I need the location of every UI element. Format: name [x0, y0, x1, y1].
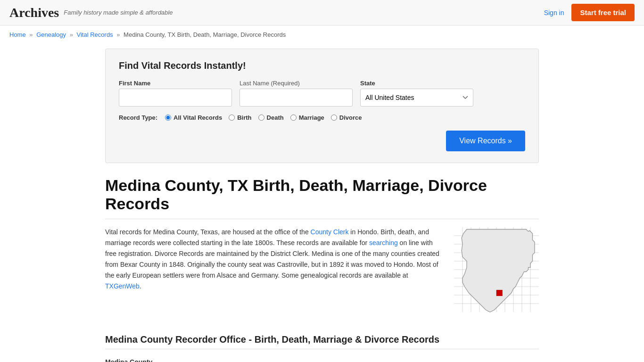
- record-type-options: All Vital Records Birth Death Marriage D…: [165, 114, 362, 121]
- record-type-birth-label: Birth: [237, 114, 251, 121]
- tagline: Family history made simple & affordable: [64, 9, 173, 16]
- header-left: Archives Family history made simple & af…: [9, 5, 173, 20]
- main-content: Find Vital Records Instantly! First Name…: [96, 44, 548, 362]
- county-clerk-link[interactable]: County Clerk: [311, 228, 349, 236]
- last-name-label: Last Name (Required): [239, 80, 353, 87]
- record-type-divorce-label: Divorce: [339, 114, 362, 121]
- state-select[interactable]: All United States Alabama Alaska Arizona…: [360, 89, 473, 107]
- logo: Archives: [9, 5, 59, 20]
- content-text: Vital records for Medina County, Texas, …: [105, 227, 443, 321]
- state-label: State: [360, 80, 473, 87]
- view-records-button[interactable]: View Records »: [446, 131, 525, 151]
- address-block: Medina County 1100 16th St, Rm 109 Court…: [105, 357, 539, 362]
- txgenweb-link[interactable]: TXGenWeb: [105, 282, 140, 290]
- record-type-label: Record Type:: [119, 114, 157, 121]
- state-field: State All United States Alabama Alaska A…: [360, 80, 473, 107]
- breadcrumb-sep-1: »: [29, 31, 33, 38]
- first-name-label: First Name: [119, 80, 232, 87]
- record-type-marriage[interactable]: Marriage: [290, 114, 324, 121]
- record-type-all[interactable]: All Vital Records: [165, 114, 222, 121]
- last-name-input[interactable]: [239, 89, 353, 107]
- breadcrumb-sep-2: »: [70, 31, 73, 38]
- county-name: Medina County: [105, 357, 539, 362]
- search-title: Find Vital Records Instantly!: [119, 60, 525, 71]
- medina-county-highlight: [496, 290, 503, 296]
- record-type-all-radio[interactable]: [165, 115, 171, 121]
- texas-map-svg: [454, 227, 539, 321]
- record-type-marriage-label: Marriage: [299, 114, 324, 121]
- record-type-death-radio[interactable]: [258, 115, 264, 121]
- breadcrumb-vital-records[interactable]: Vital Records: [77, 31, 113, 38]
- record-type-marriage-radio[interactable]: [290, 115, 297, 121]
- description-paragraph: Vital records for Medina County, Texas, …: [105, 227, 443, 292]
- record-type-birth[interactable]: Birth: [229, 114, 251, 121]
- search-box: Find Vital Records Instantly! First Name…: [105, 49, 539, 163]
- record-type-divorce-radio[interactable]: [331, 115, 337, 121]
- first-name-field: First Name: [119, 80, 232, 107]
- last-name-field: Last Name (Required): [239, 80, 353, 107]
- record-type-death[interactable]: Death: [258, 114, 284, 121]
- record-type-birth-radio[interactable]: [229, 115, 235, 121]
- breadcrumb-sep-3: »: [116, 31, 120, 38]
- breadcrumb-genealogy[interactable]: Genealogy: [36, 31, 66, 38]
- header-right: Sign in Start free trial: [544, 4, 635, 21]
- content-area: Vital records for Medina County, Texas, …: [105, 227, 539, 321]
- breadcrumb-current: Medina County, TX Birth, Death, Marriage…: [124, 31, 286, 38]
- record-type-death-label: Death: [267, 114, 284, 121]
- record-type-divorce[interactable]: Divorce: [331, 114, 362, 121]
- sign-in-link[interactable]: Sign in: [544, 9, 564, 16]
- search-fields: First Name Last Name (Required) State Al…: [119, 80, 525, 107]
- record-type-all-label: All Vital Records: [173, 114, 222, 121]
- start-trial-button[interactable]: Start free trial: [571, 4, 635, 21]
- recorder-office-title: Medina County Recorder Office - Birth, D…: [105, 334, 539, 349]
- breadcrumb-home[interactable]: Home: [9, 31, 26, 38]
- texas-map: [454, 227, 539, 321]
- breadcrumb: Home » Genealogy » Vital Records » Medin…: [0, 25, 644, 44]
- searching-link[interactable]: searching: [369, 239, 398, 247]
- record-type-row: Record Type: All Vital Records Birth Dea…: [119, 114, 525, 121]
- page-title: Medina County, TX Birth, Death, Marriage…: [105, 176, 539, 219]
- site-header: Archives Family history made simple & af…: [0, 0, 644, 25]
- first-name-input[interactable]: [119, 89, 232, 107]
